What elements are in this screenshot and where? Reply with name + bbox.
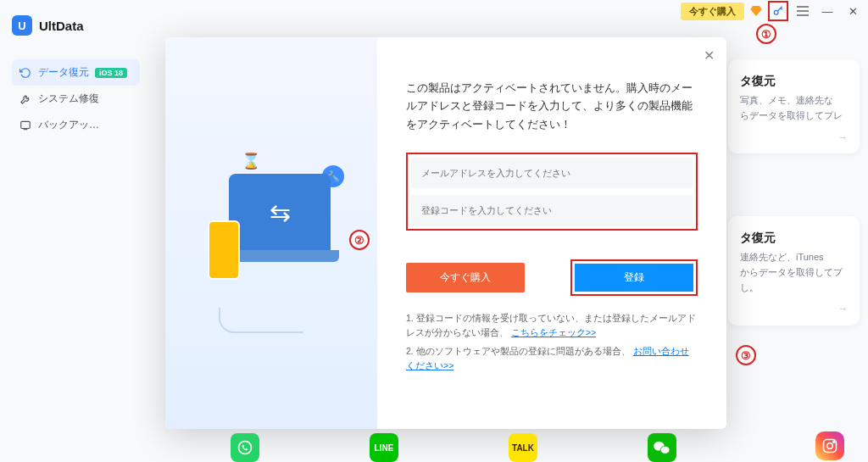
app-icons-strip: LINE TALK bbox=[231, 433, 676, 462]
whatsapp-icon[interactable] bbox=[231, 433, 259, 462]
feature-card[interactable]: タ復元 写真、メモ、連絡先な らデータを取得してプレ → bbox=[728, 59, 860, 153]
svg-point-6 bbox=[827, 443, 833, 449]
sidebar: U UltData データ復元 iOS 18 システム修復 バックアッ… bbox=[0, 0, 148, 462]
modal-illustration: ⌛ 🔧 ⇆ bbox=[165, 37, 377, 429]
sync-arrows-icon: ⇆ bbox=[270, 198, 291, 227]
sidebar-item-data-recovery[interactable]: データ復元 iOS 18 bbox=[12, 59, 140, 86]
register-button[interactable]: 登録 bbox=[575, 264, 693, 292]
sidebar-item-label: システム修復 bbox=[38, 92, 99, 106]
annotation-2: ② bbox=[349, 230, 370, 250]
check-here-link[interactable]: こちらをチェック>> bbox=[511, 327, 596, 337]
phone-icon bbox=[208, 220, 240, 280]
instagram-icon-wrap bbox=[815, 431, 844, 460]
modal-form: この製品はアクティベートされていません。購入時のメールアドレスと登録コードを入力… bbox=[377, 37, 726, 429]
note-1: 1. 登録コードの情報を受け取っていない、または登録したメールアドレスが分からな… bbox=[406, 311, 698, 340]
brand: U UltData bbox=[12, 15, 140, 36]
activation-modal: ✕ ⌛ 🔧 ⇆ この製品はアクティベートされていません。購入時のメールアドレスと… bbox=[165, 37, 726, 429]
sidebar-item-label: バックアッ… bbox=[38, 118, 99, 132]
svg-point-7 bbox=[833, 442, 835, 443]
instagram-icon[interactable] bbox=[815, 431, 844, 460]
brand-logo: U bbox=[12, 15, 32, 36]
kakao-icon[interactable]: TALK bbox=[509, 433, 537, 462]
modal-close-button[interactable]: ✕ bbox=[704, 47, 715, 64]
card-title: タ復元 bbox=[740, 71, 848, 90]
backup-icon bbox=[19, 119, 32, 132]
svg-rect-1 bbox=[21, 121, 31, 128]
card-desc: 連絡先など、iTunes からデータを取得してプ し。 bbox=[740, 250, 848, 295]
card-desc: 写真、メモ、連絡先な らデータを取得してプレ bbox=[740, 93, 848, 123]
laptop-icon: ⇆ bbox=[229, 174, 331, 250]
line-icon[interactable]: LINE bbox=[370, 433, 398, 462]
brand-name: UltData bbox=[39, 19, 84, 33]
card-title: タ復元 bbox=[740, 228, 848, 247]
email-input[interactable] bbox=[411, 158, 693, 188]
recovery-icon bbox=[19, 66, 32, 80]
input-group bbox=[406, 153, 698, 231]
button-row: 今すぐ購入 登録 bbox=[406, 259, 698, 296]
chevron-right-icon: → bbox=[740, 131, 848, 146]
note-2: 2. 他のソフトウェアや製品の登録に問題がある場合、 お問い合わせください>> bbox=[406, 344, 698, 373]
modal-message: この製品はアクティベートされていません。購入時のメールアドレスと登録コードを入力… bbox=[406, 80, 698, 134]
sidebar-item-system-repair[interactable]: システム修復 bbox=[12, 86, 140, 112]
cable-icon bbox=[219, 308, 303, 333]
sidebar-item-backup[interactable]: バックアッ… bbox=[12, 112, 140, 138]
wechat-icon[interactable] bbox=[648, 433, 676, 462]
register-button-highlight: 登録 bbox=[570, 259, 698, 296]
ios-badge: iOS 18 bbox=[95, 68, 127, 78]
buy-now-button[interactable]: 今すぐ購入 bbox=[406, 263, 525, 292]
feature-card[interactable]: タ復元 連絡先など、iTunes からデータを取得してプ し。 → bbox=[728, 216, 860, 326]
chevron-right-icon: → bbox=[740, 302, 848, 317]
hourglass-icon: ⌛ bbox=[242, 152, 260, 170]
code-input[interactable] bbox=[411, 195, 693, 225]
svg-point-4 bbox=[660, 446, 670, 454]
sidebar-item-label: データ復元 bbox=[38, 65, 89, 80]
wrench-icon bbox=[19, 92, 32, 106]
annotation-3: ③ bbox=[736, 345, 756, 365]
